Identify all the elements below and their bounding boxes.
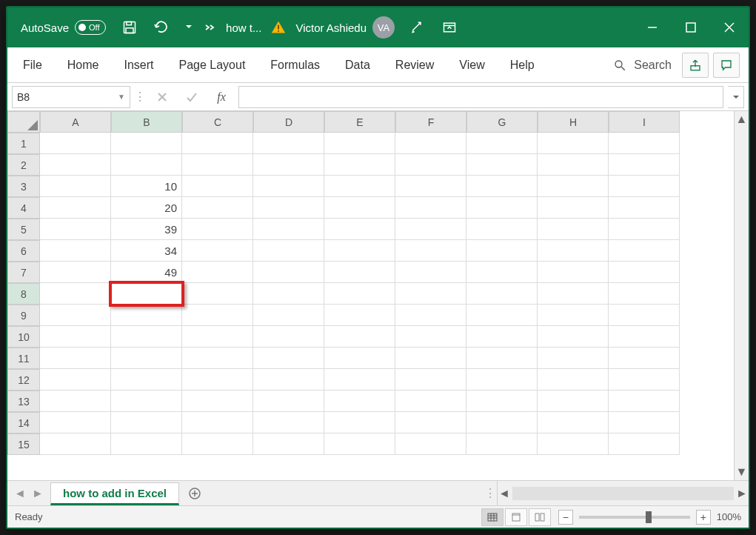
vertical-scrollbar[interactable]: ▲ ▼ [734,111,749,480]
qat-overflow-button[interactable] [199,7,220,47]
undo-button[interactable] [146,7,178,47]
cell[interactable] [395,348,466,369]
autosave-control[interactable]: AutoSave Off [7,20,113,35]
qat-more-button[interactable] [178,7,199,47]
cell[interactable] [466,197,538,219]
share-button[interactable] [682,53,709,78]
cell[interactable] [538,391,609,412]
tab-file[interactable]: File [12,51,53,79]
drag-handle-icon[interactable]: ⋮ [484,481,497,505]
ribbon-display-icon[interactable] [433,7,466,47]
column-header[interactable]: B [111,111,182,133]
cell[interactable] [40,133,111,154]
row-header[interactable]: 5 [7,219,40,240]
cell[interactable] [111,369,182,391]
cell[interactable] [324,326,395,348]
autosave-toggle[interactable]: Off [75,20,106,35]
column-header[interactable]: H [538,111,609,133]
cell[interactable] [253,262,324,283]
cell[interactable] [609,133,680,154]
scroll-up-button[interactable]: ▲ [735,113,749,126]
cell[interactable] [324,133,395,154]
sheet-tab-active[interactable]: how to add in Excel [50,482,179,505]
cell[interactable] [253,133,324,154]
cell[interactable] [466,262,538,283]
cell[interactable] [324,154,395,176]
cell[interactable] [324,197,395,219]
cell[interactable] [182,240,253,262]
cell[interactable] [111,283,182,305]
cell[interactable] [253,305,324,326]
cell[interactable]: 49 [111,262,182,283]
cell[interactable]: 34 [111,240,182,262]
tab-home[interactable]: Home [56,51,110,79]
row-header[interactable]: 4 [7,197,40,219]
column-header[interactable]: I [609,111,680,133]
select-all-corner[interactable] [7,111,40,133]
cell[interactable] [609,369,680,391]
zoom-in-button[interactable]: + [696,510,711,525]
cell[interactable]: 39 [111,219,182,240]
cell[interactable] [324,412,395,433]
cell[interactable] [40,369,111,391]
column-header[interactable]: C [182,111,253,133]
cell[interactable] [395,326,466,348]
row-header[interactable]: 12 [7,369,40,391]
cell[interactable] [609,412,680,433]
minimize-button[interactable] [633,7,672,47]
scroll-left-button[interactable]: ◄ [498,487,511,500]
row-header[interactable]: 8 [7,283,40,305]
cell[interactable] [253,348,324,369]
cell[interactable] [182,391,253,412]
cell[interactable] [182,412,253,433]
cell[interactable] [395,197,466,219]
cell[interactable] [182,262,253,283]
column-header[interactable]: G [466,111,538,133]
cell[interactable] [253,240,324,262]
cell[interactable] [395,305,466,326]
cell[interactable] [538,369,609,391]
tab-view[interactable]: View [448,51,495,79]
cell[interactable] [538,197,609,219]
cell[interactable] [111,348,182,369]
cell-grid[interactable]: ABCDEFGHI1231042053963474989101112131415 [7,111,749,455]
view-page-layout-button[interactable] [505,508,527,526]
cell[interactable] [253,326,324,348]
cell[interactable] [253,391,324,412]
zoom-out-button[interactable]: − [558,510,573,525]
cell[interactable] [609,219,680,240]
cell[interactable] [538,219,609,240]
cell[interactable] [466,391,538,412]
search-button[interactable]: Search [606,59,679,72]
tab-help[interactable]: Help [499,51,546,79]
cell[interactable] [182,326,253,348]
row-header[interactable]: 13 [7,391,40,412]
cell[interactable] [111,305,182,326]
row-header[interactable]: 15 [7,433,40,455]
row-header[interactable]: 14 [7,412,40,433]
cell[interactable] [182,133,253,154]
cell[interactable] [538,176,609,197]
cell[interactable] [466,305,538,326]
cell[interactable] [40,326,111,348]
document-title[interactable]: how t... [220,21,267,34]
cell[interactable] [395,154,466,176]
cell[interactable] [466,433,538,455]
row-header[interactable]: 2 [7,154,40,176]
cell[interactable] [324,348,395,369]
row-header[interactable]: 9 [7,305,40,326]
tab-formulas[interactable]: Formulas [259,51,331,79]
column-header[interactable]: A [40,111,111,133]
view-normal-button[interactable] [481,508,504,526]
cell[interactable] [466,219,538,240]
cell[interactable] [111,433,182,455]
cell[interactable] [182,176,253,197]
cell[interactable] [466,176,538,197]
row-header[interactable]: 3 [7,176,40,197]
cell[interactable] [40,283,111,305]
cell[interactable] [40,240,111,262]
cell[interactable] [609,326,680,348]
horizontal-scrollbar[interactable]: ◄ ► [497,481,749,505]
cell[interactable] [538,433,609,455]
close-button[interactable] [710,7,749,47]
